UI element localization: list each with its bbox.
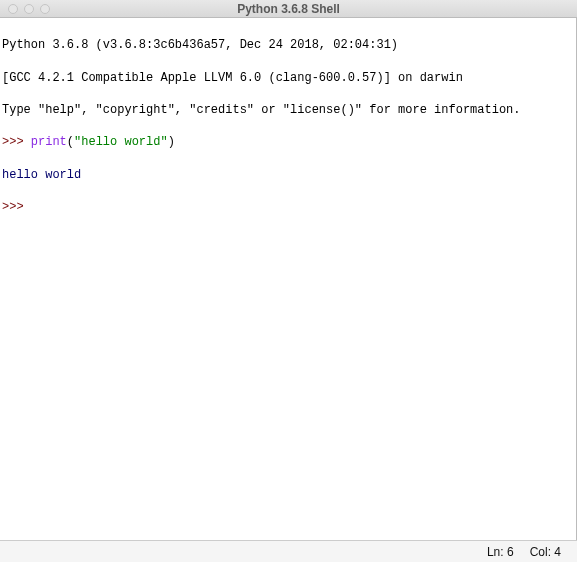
paren-close: ) <box>168 135 175 149</box>
banner-line: Type "help", "copyright", "credits" or "… <box>2 102 574 118</box>
shell-content[interactable]: Python 3.6.8 (v3.6.8:3c6b436a57, Dec 24 … <box>0 18 577 540</box>
prompt: >>> <box>2 135 31 149</box>
input-line: >>> print("hello world") <box>2 134 574 150</box>
status-col: Col: 4 <box>530 545 561 559</box>
banner-line: Python 3.6.8 (v3.6.8:3c6b436a57, Dec 24 … <box>2 37 574 53</box>
string-literal: "hello world" <box>74 135 168 149</box>
output-line: hello world <box>2 167 574 183</box>
close-icon[interactable] <box>8 4 18 14</box>
builtin-func: print <box>31 135 67 149</box>
minimize-icon[interactable] <box>24 4 34 14</box>
input-line: >>> <box>2 199 574 215</box>
banner-line: [GCC 4.2.1 Compatible Apple LLVM 6.0 (cl… <box>2 70 574 86</box>
status-bar: Ln: 6 Col: 4 <box>0 540 577 562</box>
zoom-icon[interactable] <box>40 4 50 14</box>
prompt: >>> <box>2 200 31 214</box>
window-title: Python 3.6.8 Shell <box>0 2 577 16</box>
window-titlebar: Python 3.6.8 Shell <box>0 0 577 18</box>
paren-open: ( <box>67 135 74 149</box>
traffic-lights <box>8 4 50 14</box>
status-line: Ln: 6 <box>487 545 514 559</box>
